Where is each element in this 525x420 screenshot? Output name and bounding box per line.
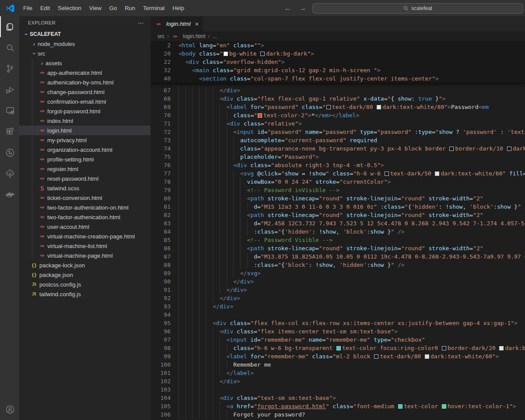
file-organization-account.html[interactable]: <>organization-account.html	[19, 145, 150, 154]
line-number[interactable]: 79	[150, 186, 171, 194]
code-line[interactable]: 79 <!-- Password inVisible -->	[150, 186, 525, 194]
code-line[interactable]: 76 <div class="absolute right-3 top-4 -m…	[150, 161, 525, 169]
file-ticket-conversion.html[interactable]: <>ticket-conversion.html	[19, 193, 150, 203]
menu-file[interactable]: File	[19, 0, 36, 16]
line-number[interactable]: 83	[150, 219, 171, 228]
line-number[interactable]: 93	[150, 302, 171, 311]
breadcrumb-file[interactable]: login.html	[183, 33, 205, 39]
explorer-icon[interactable]	[0, 16, 19, 37]
line-number[interactable]: 75	[150, 153, 171, 161]
line-number[interactable]: 70	[150, 111, 171, 119]
project-root-row[interactable]: › SCALEFEAT	[19, 29, 150, 39]
code-line[interactable]: 98 class="h-6 w-6 bg-transparent text-co…	[150, 344, 525, 352]
line-number[interactable]: 32	[150, 66, 171, 74]
nav-forward-icon[interactable]: →	[299, 4, 306, 12]
code-line[interactable]: 90 </div>	[150, 277, 525, 286]
search-sidebar-icon[interactable]	[0, 37, 19, 58]
file-register.html[interactable]: <>register.html	[19, 164, 150, 174]
file-reset-password.html[interactable]: <>reset-password.html	[19, 174, 150, 183]
code-line[interactable]: 2<html lang="en" class="">	[150, 41, 525, 49]
menu-edit[interactable]: Edit	[36, 0, 54, 16]
code-line[interactable]: 101 </label>	[150, 369, 525, 377]
code-line[interactable]: 86 <path stroke-linecap="round" stroke-l…	[150, 244, 525, 252]
code-line[interactable]: 80 <path stroke-linecap="round" stroke-l…	[150, 194, 525, 203]
file-virtual-machine-page.html[interactable]: <>virtual-machine-page.html	[19, 251, 150, 260]
line-number[interactable]: 95	[150, 319, 171, 327]
line-number[interactable]: 73	[150, 136, 171, 144]
line-number[interactable]: 103	[150, 385, 171, 394]
line-number[interactable]: 87	[150, 252, 171, 261]
file-user-accout.html[interactable]: <>user-accout.html	[19, 222, 150, 231]
code-line[interactable]: 68 <div class="flex flex-col gap-1 relat…	[150, 94, 525, 103]
line-number[interactable]: 104	[150, 394, 171, 402]
code-line[interactable]: 92 </div>	[150, 294, 525, 302]
run-debug-icon[interactable]	[0, 79, 19, 100]
line-number[interactable]: 22	[150, 58, 171, 66]
code-line[interactable]: 100 Remember me	[150, 360, 525, 369]
file-forgot-password.html[interactable]: <>forgot-password.html	[19, 106, 150, 116]
code-line[interactable]: 20<body class="bg-white dark:bg-dark">	[150, 49, 525, 58]
sticky-scroll[interactable]: 2<html lang="en" class="">20<body class=…	[150, 41, 525, 83]
line-number[interactable]: 99	[150, 352, 171, 360]
line-number[interactable]: 20	[150, 49, 171, 58]
code-line[interactable]: 74 class="appearance-none bg-transparent…	[150, 144, 525, 153]
menu-help[interactable]: Help	[168, 0, 188, 16]
menu-terminal[interactable]: Terminal	[139, 0, 168, 16]
line-number[interactable]: 96	[150, 327, 171, 336]
code-line[interactable]: 103	[150, 385, 525, 394]
line-number[interactable]: 84	[150, 228, 171, 236]
code-line[interactable]: 84 :class="{'hidden': !show, 'block':sho…	[150, 228, 525, 236]
line-number[interactable]: 92	[150, 294, 171, 302]
menu-selection[interactable]: Selection	[54, 0, 85, 16]
code-line[interactable]: 97 <input id="remember-me" name="remembe…	[150, 336, 525, 344]
tab-login-html[interactable]: <> login.html ×	[150, 16, 203, 32]
line-number[interactable]: 71	[150, 119, 171, 128]
line-number[interactable]: 77	[150, 169, 171, 178]
explorer-actions-icon[interactable]: ⋯	[138, 19, 144, 26]
line-number[interactable]: 106	[150, 410, 171, 419]
file-confirmation-email.html[interactable]: <>confirmation-email.html	[19, 97, 150, 106]
line-number[interactable]: 72	[150, 128, 171, 136]
code-line[interactable]: 22 <div class="overflow-hidden">	[150, 58, 525, 66]
accounts-icon[interactable]	[0, 399, 19, 420]
code-line[interactable]: 87 d="M13.875 18.825A10.05 10.05 0 0112 …	[150, 252, 525, 261]
code-line[interactable]: 106 Forgot your password?	[150, 410, 525, 419]
code-line[interactable]: 69 <label for="password" class="text-dar…	[150, 103, 525, 111]
file-change-password.html[interactable]: <>change-password.html	[19, 87, 150, 97]
line-number[interactable]: 82	[150, 211, 171, 219]
line-number[interactable]: 101	[150, 369, 171, 377]
line-number[interactable]: 89	[150, 269, 171, 277]
code-line[interactable]: 91 </div>	[150, 286, 525, 294]
code-line[interactable]: 81 d="M15 12a3 3 0 11-6 0 3 3 0 016 0z" …	[150, 203, 525, 211]
command-center-search[interactable]: scalefeat	[312, 3, 523, 14]
breadcrumb-src[interactable]: src	[158, 33, 164, 39]
line-number[interactable]: 85	[150, 236, 171, 244]
file-authenication-by-sms.html[interactable]: <>authenication-by-sms.html	[19, 77, 150, 87]
code-line[interactable]: 89 </svg>	[150, 269, 525, 277]
line-number[interactable]: 100	[150, 360, 171, 369]
line-number[interactable]: 68	[150, 94, 171, 103]
folder-node_modules[interactable]: ›node_modules	[19, 39, 150, 49]
file-app-authenicator.html[interactable]: <>app-authenicator.html	[19, 68, 150, 77]
breadcrumb-symbol[interactable]: ...	[212, 33, 217, 39]
code-line[interactable]: 102 </div>	[150, 377, 525, 385]
line-number[interactable]: 81	[150, 203, 171, 211]
file-my-privacy.html[interactable]: <>my-privacy.html	[19, 135, 150, 145]
code-line[interactable]: 93 </div>	[150, 302, 525, 311]
file-login.html[interactable]: <>login.html	[19, 126, 150, 135]
code-line[interactable]: 95 <div class="flex flex-col xs:flex-row…	[150, 319, 525, 327]
line-number[interactable]: 98	[150, 344, 171, 352]
file-tailwind.scss[interactable]: tailwind.scss	[19, 183, 150, 193]
close-tab-icon[interactable]: ×	[195, 21, 199, 28]
code-line[interactable]: 85 <!-- Password Visible -->	[150, 236, 525, 244]
file-two-factor-authenication-on.html[interactable]: <>two-factor-authenication-on.html	[19, 203, 150, 212]
code-line[interactable]: 73 autocomplete="current-password" requi…	[150, 136, 525, 144]
line-number[interactable]: 40	[150, 74, 171, 83]
line-number[interactable]: 94	[150, 311, 171, 319]
file-virtual-machine-list.html[interactable]: <>virtual-machine-list.html	[19, 241, 150, 251]
line-number[interactable]: 88	[150, 261, 171, 269]
file-tailwind.config.js[interactable]: JStailwind.config.js	[19, 289, 150, 299]
code-line[interactable]: 40 <section class="col-span-7 flex flex-…	[150, 74, 525, 83]
line-number[interactable]: 102	[150, 377, 171, 385]
file-profile-setting.html[interactable]: <>profile-setting.html	[19, 154, 150, 164]
